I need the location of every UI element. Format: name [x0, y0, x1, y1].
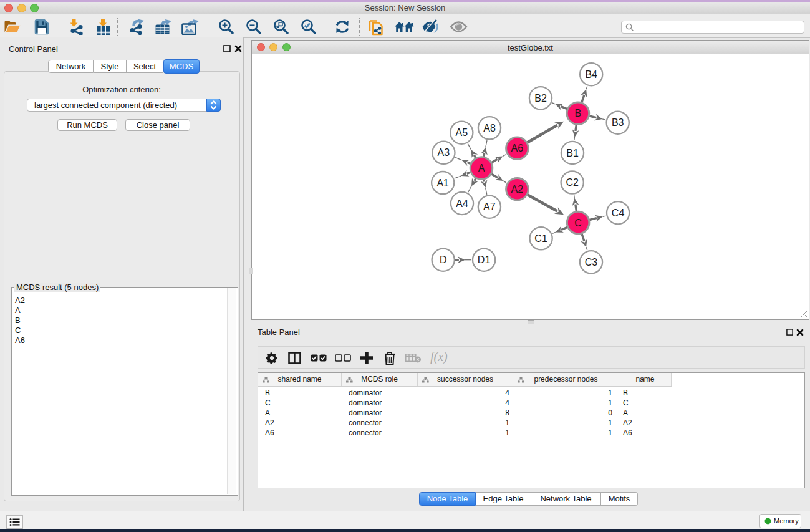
- svg-text:C2: C2: [566, 177, 579, 188]
- svg-text:B2: B2: [534, 93, 547, 104]
- svg-text:A8: A8: [483, 123, 496, 133]
- svg-text:C4: C4: [612, 208, 625, 218]
- svg-text:D: D: [440, 254, 447, 265]
- svg-text:B4: B4: [585, 69, 597, 80]
- svg-text:A2: A2: [511, 184, 524, 195]
- svg-text:A1: A1: [436, 178, 449, 188]
- svg-text:D1: D1: [478, 254, 491, 265]
- svg-text:A: A: [478, 163, 485, 173]
- svg-text:B: B: [575, 108, 582, 118]
- svg-text:A5: A5: [456, 127, 468, 138]
- svg-text:C: C: [574, 218, 582, 228]
- svg-text:A3: A3: [438, 147, 450, 158]
- svg-text:C1: C1: [534, 233, 547, 244]
- svg-text:C3: C3: [585, 257, 598, 268]
- svg-text:A6: A6: [511, 143, 524, 153]
- svg-text:A4: A4: [456, 198, 468, 209]
- svg-text:A7: A7: [483, 201, 496, 212]
- svg-text:B1: B1: [566, 148, 579, 158]
- svg-text:B3: B3: [612, 117, 624, 128]
